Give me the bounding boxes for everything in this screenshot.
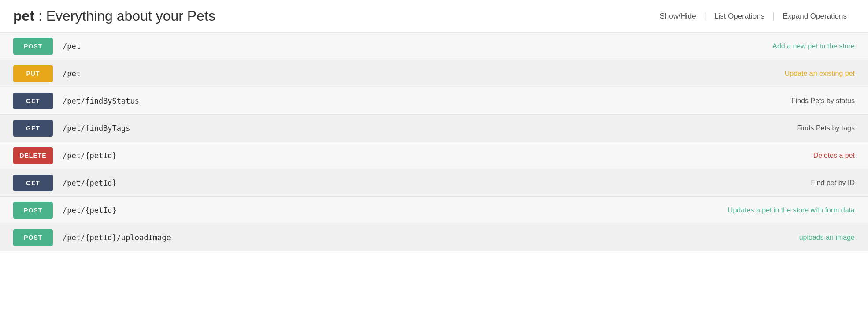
operation-summary: uploads an image	[799, 234, 855, 242]
expand-operations-link[interactable]: Expand Operations	[775, 12, 855, 21]
operation-path: /pet/{petId}/uploadImage	[63, 233, 790, 242]
operation-summary: Find pet by ID	[811, 179, 855, 187]
method-badge: POST	[13, 229, 53, 246]
operation-summary: Finds Pets by tags	[797, 124, 855, 132]
method-badge: GET	[13, 93, 53, 109]
header-actions: Show/Hide | List Operations | Expand Ope…	[652, 11, 855, 21]
section-header: pet : Everything about your Pets Show/Hi…	[0, 0, 868, 33]
operation-row[interactable]: POST/pet/{petId}Updates a pet in the sto…	[0, 197, 868, 224]
operation-summary: Update an existing pet	[785, 70, 855, 78]
operation-row[interactable]: POST/petAdd a new pet to the store	[0, 33, 868, 60]
operation-row[interactable]: GET/pet/findByStatusFinds Pets by status	[0, 87, 868, 115]
operations-list: POST/petAdd a new pet to the storePUT/pe…	[0, 33, 868, 251]
operation-path: /pet	[63, 42, 764, 51]
operation-path: /pet/{petId}	[63, 206, 719, 215]
operation-path: /pet/{petId}	[63, 179, 802, 187]
operation-summary: Deletes a pet	[813, 152, 855, 160]
operation-path: /pet/{petId}	[63, 151, 805, 160]
section-title-rest: : Everything about your Pets	[34, 8, 215, 24]
method-badge: GET	[13, 175, 53, 191]
operation-summary: Finds Pets by status	[791, 97, 855, 105]
operation-row[interactable]: PUT/petUpdate an existing pet	[0, 60, 868, 87]
operation-row[interactable]: DELETE/pet/{petId}Deletes a pet	[0, 142, 868, 169]
method-badge: POST	[13, 202, 53, 219]
operation-row[interactable]: GET/pet/findByTagsFinds Pets by tags	[0, 115, 868, 142]
method-badge: GET	[13, 120, 53, 137]
method-badge: POST	[13, 38, 53, 55]
operation-path: /pet/findByTags	[63, 124, 788, 133]
operation-summary: Updates a pet in the store with form dat…	[728, 206, 855, 214]
operation-path: /pet/findByStatus	[63, 97, 783, 105]
section-title: pet : Everything about your Pets	[13, 8, 215, 24]
operation-row[interactable]: POST/pet/{petId}/uploadImageuploads an i…	[0, 224, 868, 251]
show-hide-link[interactable]: Show/Hide	[652, 12, 704, 21]
operation-summary: Add a new pet to the store	[772, 42, 855, 50]
app-container: pet : Everything about your Pets Show/Hi…	[0, 0, 868, 313]
method-badge: PUT	[13, 65, 53, 82]
method-badge: DELETE	[13, 147, 53, 164]
section-title-bold: pet	[13, 8, 34, 24]
list-operations-link[interactable]: List Operations	[706, 12, 772, 21]
operation-row[interactable]: GET/pet/{petId}Find pet by ID	[0, 169, 868, 197]
operation-path: /pet	[63, 69, 776, 78]
